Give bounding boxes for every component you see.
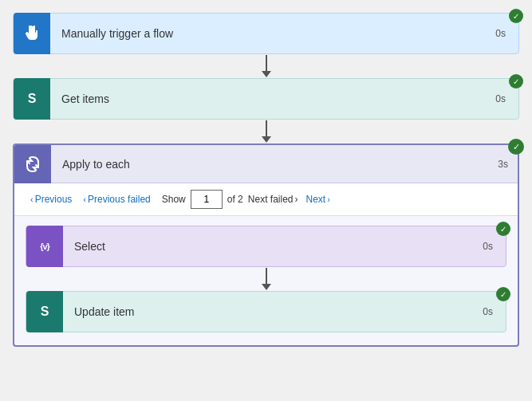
select-time: 0s: [483, 241, 496, 252]
apply-each-icon: [14, 145, 51, 183]
update-item-time: 0s: [483, 306, 496, 317]
connector-1: [262, 54, 271, 78]
step-apply-each: Apply to each 3s ✓ ‹ Previous ‹ Previous…: [13, 143, 519, 347]
previous-failed-chevron-icon: ‹: [83, 195, 86, 204]
get-items-label: Get items: [50, 92, 495, 105]
get-items-icon: S: [14, 78, 50, 120]
select-label: Select: [63, 240, 483, 253]
get-items-time: 0s: [495, 93, 509, 104]
update-item-success-badge: ✓: [496, 287, 510, 301]
trigger-time: 0s: [495, 28, 509, 39]
previous-label: Previous: [35, 194, 73, 205]
trigger-icon: [14, 13, 50, 54]
connector-3: [262, 267, 271, 291]
update-item-icon: S: [26, 291, 63, 332]
step-trigger[interactable]: Manually trigger a flow 0s ✓: [13, 13, 519, 54]
apply-each-inner: {v} Select 0s ✓ S Update item 0s ✓: [14, 216, 518, 345]
next-failed-wrapper: Next failed ›: [248, 194, 298, 205]
flow-container: Manually trigger a flow 0s ✓ S Get items…: [13, 13, 519, 347]
apply-each-header[interactable]: Apply to each 3s: [14, 145, 518, 183]
next-label: Next: [306, 194, 326, 205]
previous-button[interactable]: ‹ Previous: [27, 192, 75, 206]
apply-each-success-badge: ✓: [508, 139, 524, 155]
select-icon: {v}: [26, 226, 63, 267]
apply-each-label: Apply to each: [51, 158, 498, 171]
next-failed-chevron-icon: ›: [295, 194, 298, 205]
next-chevron-icon: ›: [327, 195, 330, 204]
previous-failed-label: Previous failed: [88, 194, 151, 205]
previous-chevron-icon: ‹: [30, 195, 33, 204]
page-input[interactable]: [191, 190, 223, 209]
step-get-items[interactable]: S Get items 0s ✓: [13, 78, 519, 120]
of-label: of 2: [227, 194, 243, 205]
show-label: Show: [162, 194, 186, 205]
trigger-success-badge: ✓: [509, 9, 523, 23]
step-select[interactable]: {v} Select 0s ✓: [26, 226, 506, 267]
step-update-item[interactable]: S Update item 0s ✓: [26, 291, 506, 332]
previous-failed-button[interactable]: ‹ Previous failed: [80, 192, 153, 206]
get-items-success-badge: ✓: [509, 74, 523, 88]
next-failed-label: Next failed: [248, 194, 294, 205]
connector-2: [262, 120, 271, 143]
apply-each-time: 3s: [498, 159, 508, 170]
select-success-badge: ✓: [496, 222, 510, 236]
pagination-bar: ‹ Previous ‹ Previous failed Show of 2 N…: [14, 183, 518, 216]
trigger-label: Manually trigger a flow: [50, 27, 495, 40]
update-item-label: Update item: [63, 305, 483, 318]
next-button[interactable]: Next ›: [303, 192, 333, 206]
